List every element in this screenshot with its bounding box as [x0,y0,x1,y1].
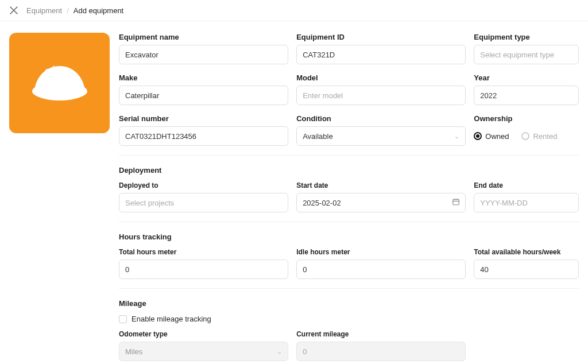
equipment-id-input[interactable] [296,45,466,64]
serial-number-label: Serial number [119,114,288,123]
breadcrumb-current: Add equipment [74,6,123,15]
radio-icon [474,132,482,140]
deployed-to-select[interactable]: Select projects [119,193,288,212]
ownership-rented-label: Rented [533,132,557,141]
odometer-type-select: Miles ⌄ [119,342,288,361]
condition-select[interactable]: Available ⌄ [296,126,466,146]
idle-hours-label: Idle hours meter [296,248,466,256]
ownership-owned-label: Owned [485,132,509,141]
ownership-label: Ownership [474,114,579,123]
hours-section-title: Hours tracking [119,233,579,241]
section-divider [119,288,579,289]
equipment-type-placeholder: Select equipment type [480,51,554,59]
start-date-input[interactable] [296,193,466,212]
page-header: Equipment / Add equipment [0,0,588,21]
breadcrumb-root[interactable]: Equipment [26,6,62,15]
svg-rect-0 [453,199,459,204]
close-icon [10,6,18,14]
ownership-rented-radio[interactable]: Rented [521,132,557,141]
model-label: Model [296,73,466,82]
end-date-input[interactable] [474,193,579,212]
section-divider [119,155,579,156]
breadcrumb-separator: / [67,6,69,15]
deployment-section-title: Deployment [119,166,579,175]
enable-mileage-label: Enable mileage tracking [131,315,211,323]
available-hours-label: Total available hours/week [474,248,579,256]
equipment-avatar[interactable] [9,33,110,133]
equipment-name-input[interactable] [119,45,288,64]
close-button[interactable] [9,6,18,15]
model-input[interactable] [296,86,466,105]
total-hours-label: Total hours meter [119,248,288,256]
end-date-label: End date [474,181,579,189]
start-date-label: Start date [296,181,466,189]
equipment-id-label: Equipment ID [296,33,466,41]
chevron-down-icon: ⌄ [277,348,282,355]
mileage-section-title: Mileage [119,299,579,308]
ownership-radio-group: Owned Rented [474,126,579,146]
section-divider [119,222,579,222]
condition-label: Condition [296,114,466,123]
available-hours-input[interactable] [474,260,579,279]
equipment-type-select[interactable]: Select equipment type [474,45,579,64]
ownership-owned-radio[interactable]: Owned [474,132,509,141]
total-hours-input[interactable] [119,260,288,279]
odometer-type-value: Miles [125,347,142,356]
hard-hat-icon [25,49,94,118]
deployed-to-placeholder: Select projects [125,199,174,207]
chevron-down-icon: ⌄ [454,133,459,140]
calendar-icon[interactable] [452,198,460,208]
make-label: Make [119,73,288,82]
enable-mileage-checkbox[interactable]: Enable mileage tracking [119,315,579,323]
condition-value: Available [303,132,333,141]
equipment-name-label: Equipment name [119,33,288,41]
radio-icon [521,132,529,140]
serial-number-input[interactable] [119,126,288,146]
checkbox-icon [119,315,127,323]
current-mileage-label: Current mileage [296,330,466,338]
deployed-to-label: Deployed to [119,181,288,189]
make-input[interactable] [119,86,288,105]
equipment-type-label: Equipment type [474,33,579,41]
breadcrumb: Equipment / Add equipment [26,6,123,15]
idle-hours-input[interactable] [296,260,466,279]
odometer-type-label: Odometer type [119,330,288,338]
current-mileage-input [296,342,466,361]
year-label: Year [474,73,579,82]
year-input[interactable] [474,86,579,105]
